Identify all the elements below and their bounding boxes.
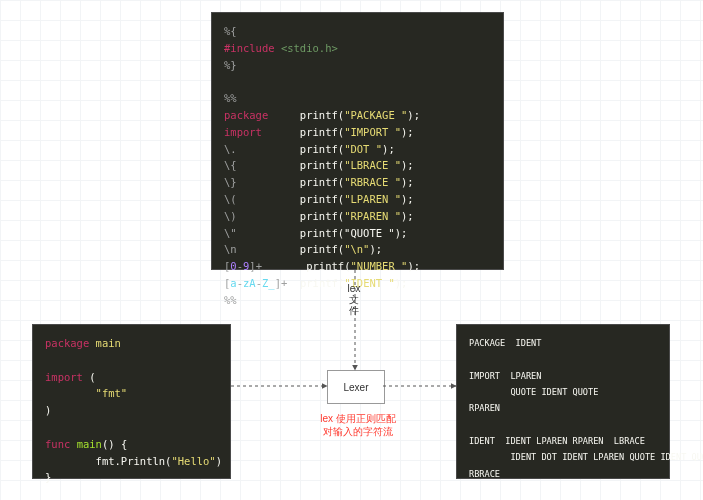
go-source-code-block: package main import ( "fmt" ) func main(… (32, 324, 231, 479)
lexer-node-label: Lexer (343, 382, 368, 393)
lexer-caption: lex 使用正则匹配对输入的字符流 (313, 412, 403, 438)
lex-file-label: lex文件 (347, 283, 361, 316)
lexer-node: Lexer (327, 370, 385, 404)
token-output-block: PACKAGE IDENT IMPORT LPAREN QUOTE IDENT … (456, 324, 670, 479)
lex-spec-code-block: %{ #include <stdio.h> %} %% package prin… (211, 12, 504, 270)
